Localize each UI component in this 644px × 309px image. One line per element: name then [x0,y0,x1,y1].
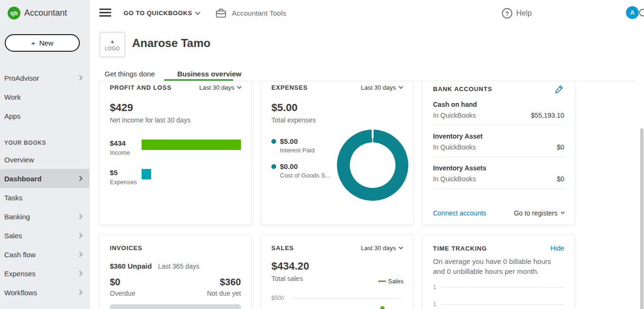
y-tick-label: 1 [433,301,441,308]
chevron-right-icon [77,214,82,219]
tab-get-things-done[interactable]: Get things done [105,70,155,78]
legend-dot-icon [271,139,276,144]
sidebar-item-label: Overview [4,156,34,164]
sidebar-item-cash-flow[interactable]: Cash flow [0,245,89,264]
sidebar-item-label: Tasks [4,194,22,202]
sidebar-item-label: Work [4,93,21,101]
expenses-value: $5 [110,169,142,177]
sidebar-item-apps[interactable]: Apps [0,106,89,125]
sidebar-item-label: ProAdvisor [4,74,39,82]
chevron-right-icon [77,233,82,238]
bank-account-row[interactable]: Cash on hand In QuickBooks $55,193.10 [433,101,564,125]
chevron-down-icon [399,84,404,89]
account-amount: $55,193.10 [531,112,564,119]
y-tick-label: 1 [433,284,441,290]
plus-icon: + [31,39,36,47]
chevron-right-icon [77,290,82,295]
sales-range-dropdown[interactable]: Last 30 days [361,244,403,252]
cards-top-divider [99,81,637,81]
tab-business-overview[interactable]: Business overview [177,70,241,78]
divider [433,157,564,157]
avatar-initial: A [630,9,634,16]
go-to-quickbooks-dropdown[interactable]: GO TO QUICKBOOKS [124,0,200,26]
sidebar-item-label: Workflows [4,289,37,297]
sidebar-item-expenses[interactable]: Expenses [0,264,89,283]
sidebar-item-dashboard[interactable]: Dashboard [0,169,89,188]
gridline [441,304,564,305]
sidebar-item-banking[interactable]: Banking [0,207,89,226]
income-label: Income [110,149,142,156]
card-invoices: INVOICES $360 Unpaid Last 365 days $0 Ov… [99,234,252,309]
company-logo-upload[interactable]: + LOGO [100,32,125,57]
topbar: GO TO QUICKBOOKS Accountant Tools ? Help [90,0,644,26]
profit-and-loss-range-dropdown[interactable]: Last 30 days [199,84,241,91]
legend-value: $0.00 [280,162,298,170]
hamburger-menu-icon[interactable] [99,9,111,17]
sidebar-nav: ProAdvisor Work Apps YOUR BOOKS Overview… [0,68,89,302]
card-profit-and-loss: PROFIT AND LOSS Last 30 days $429 Net in… [99,81,252,225]
range-label: Last 30 days [199,84,234,91]
card-bank-accounts: BANK ACCOUNTS Cash on hand In QuickBooks… [422,81,575,225]
overdue-block: $0 Overdue [110,277,135,297]
chevron-right-icon [77,75,82,80]
income-value: $434 [110,139,142,147]
account-name: Cash on hand [433,101,564,108]
income-row: $434 Income [110,139,241,156]
sidebar-item-proadvisor[interactable]: ProAdvisor [0,68,89,87]
sidebar-item-workflows[interactable]: Workflows [0,283,89,302]
not-due-block: $360 Not due yet [207,277,241,297]
unpaid-amount: $360 Unpaid [110,262,152,270]
gridline [292,298,403,299]
new-button-label: New [39,39,53,47]
hide-link[interactable]: Hide [550,244,564,252]
sales-line-chart: $500 $400 [271,295,403,309]
brand: qb Accountant [0,0,89,19]
avatar[interactable]: A [626,6,639,19]
bank-account-row[interactable]: Inventory Assets In QuickBooks $0 [433,164,564,189]
help-button[interactable]: ? Help [501,0,532,26]
scrollbar-thumb[interactable] [640,128,644,309]
account-source: In QuickBooks [433,143,476,151]
brand-name: Accountant [24,8,67,18]
help-label: Help [516,9,532,18]
accountant-tools-label: Accountant Tools [232,9,286,17]
card-title: BANK ACCOUNTS [433,85,492,93]
expenses-donut-chart[interactable] [337,130,408,201]
logo-monogram: qb [10,9,18,17]
account-name: Inventory Assets [433,164,564,172]
account-amount: $0 [557,143,564,151]
overdue-label: Overdue [110,290,135,297]
svg-text:?: ? [505,10,509,17]
sidebar-item-work[interactable]: Work [0,87,89,106]
accountant-tools-button[interactable]: Accountant Tools [215,0,286,26]
line-series-swatch-icon [378,281,386,282]
invoices-range-label: Last 365 days [158,262,199,270]
new-button[interactable]: +New [5,34,80,52]
time-tracking-description: On average you have 0 billable hours and… [433,257,564,276]
edit-pencil-icon[interactable] [555,84,564,94]
sidebar-item-sales[interactable]: Sales [0,226,89,245]
sidebar: qb Accountant +New ProAdvisor Work Apps … [0,0,90,309]
card-title: EXPENSES [271,84,308,91]
expenses-range-dropdown[interactable]: Last 30 days [361,84,403,91]
card-title: SALES [271,244,294,252]
expenses-bar[interactable] [142,169,151,179]
sidebar-item-label: Banking [4,213,30,221]
account-name: Inventory Asset [433,132,564,140]
connect-accounts-link[interactable]: Connect accounts [433,209,486,217]
sidebar-item-tasks[interactable]: Tasks [0,188,89,207]
go-to-registers-dropdown[interactable]: Go to registers [514,209,564,217]
card-title: TIME TRACKING [433,245,487,252]
income-bar[interactable] [142,140,241,150]
plus-icon: + [110,38,115,46]
sales-data-point[interactable] [380,306,384,309]
sidebar-item-label: Cash flow [4,251,36,259]
card-title: PROFIT AND LOSS [110,84,172,91]
bank-account-row[interactable]: Inventory Asset In QuickBooks $0 [433,132,564,157]
sidebar-item-overview[interactable]: Overview [0,150,89,169]
net-income-label: Net income for last 30 days [110,116,241,124]
invoices-status-bar[interactable] [110,304,241,309]
main-content: + LOGO Anarose Tamo Get things done Busi… [90,26,644,309]
card-expenses: EXPENSES Last 30 days $5.00 Total expens… [260,81,413,225]
sales-legend: Sales [378,278,404,285]
